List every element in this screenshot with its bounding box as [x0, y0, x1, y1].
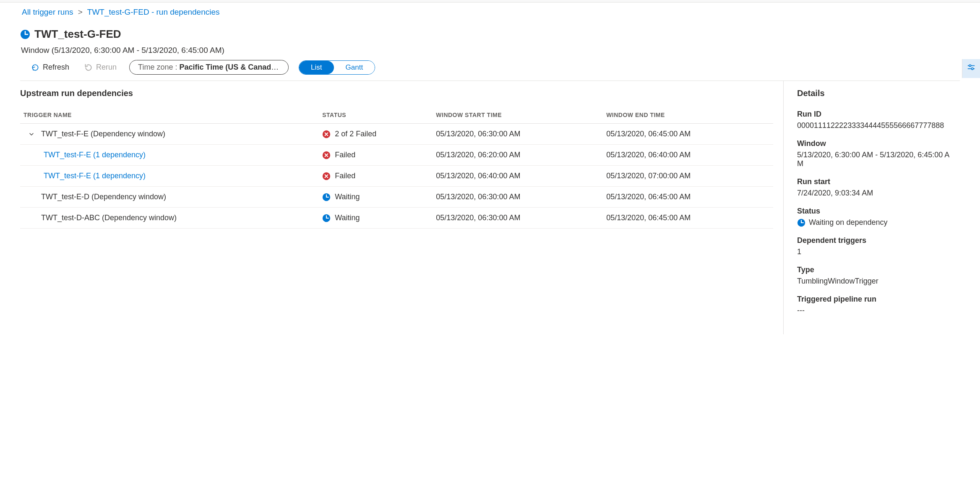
- window-start: 05/13/2020, 06:40:00 AM: [433, 166, 603, 187]
- trigger-name[interactable]: TWT_test-F-E (1 dependency): [44, 151, 146, 159]
- status-text: Failed: [335, 151, 355, 159]
- status-text: Waiting: [335, 193, 360, 201]
- breadcrumb: All trigger runs > TWT_test-G-FED - run …: [0, 3, 980, 20]
- refresh-button[interactable]: Refresh: [29, 61, 72, 73]
- timezone-selector[interactable]: Time zone : Pacific Time (US & Canada) (…: [129, 60, 289, 75]
- details-title: Details: [797, 89, 955, 98]
- trigger-name: TWT_test-E-D (Dependency window): [41, 193, 166, 201]
- clock-icon: [797, 219, 805, 227]
- status-text: Failed: [335, 172, 355, 180]
- detail-value-runid: 00001111222233334444555566667777888: [797, 121, 955, 130]
- breadcrumb-current-link[interactable]: TWT_test-G-FED - run dependencies: [87, 8, 220, 16]
- trigger-name[interactable]: TWT_test-F-E (1 dependency): [44, 172, 146, 180]
- window-end: 05/13/2020, 06:40:00 AM: [603, 145, 773, 166]
- clock-icon: [322, 193, 331, 201]
- col-trigger-name[interactable]: TRIGGER NAME: [20, 107, 319, 124]
- breadcrumb-separator: >: [78, 8, 83, 16]
- window-start: 05/13/2020, 06:30:00 AM: [433, 208, 603, 229]
- table-row[interactable]: TWT_test-E-D (Dependency window)Waiting0…: [20, 187, 773, 208]
- table-row[interactable]: TWT_test-F-E (1 dependency)Failed05/13/2…: [20, 166, 773, 187]
- window-end: 05/13/2020, 06:45:00 AM: [603, 124, 773, 145]
- detail-label-runid: Run ID: [797, 110, 955, 119]
- clock-icon: [20, 29, 30, 39]
- status-text: 2 of 2 Failed: [335, 130, 376, 138]
- page-title: TWT_test-G-FED: [34, 28, 121, 41]
- detail-label-deptriggers: Dependent triggers: [797, 236, 955, 245]
- detail-label-window: Window: [797, 139, 955, 148]
- fail-icon: [322, 130, 331, 138]
- upstream-title: Upstream run dependencies: [20, 89, 773, 98]
- col-status[interactable]: STATUS: [319, 107, 433, 124]
- detail-label-status: Status: [797, 207, 955, 216]
- rerun-icon: [84, 63, 93, 72]
- detail-value-runstart: 7/24/2020, 9:03:34 AM: [797, 189, 955, 198]
- window-range-label: Window (5/13/2020, 6:30:00 AM - 5/13/202…: [20, 46, 960, 55]
- view-toggle: List Gantt: [299, 60, 375, 75]
- view-toggle-list[interactable]: List: [299, 61, 334, 74]
- detail-value-type: TumblingWindowTrigger: [797, 277, 955, 286]
- clock-icon: [322, 214, 331, 222]
- filter-button[interactable]: [962, 59, 980, 78]
- detail-label-type: Type: [797, 266, 955, 274]
- window-end: 05/13/2020, 06:45:00 AM: [603, 208, 773, 229]
- dependencies-table: TRIGGER NAME STATUS WINDOW START TIME WI…: [20, 107, 773, 229]
- table-row[interactable]: TWT_test-F-E (Dependency window)2 of 2 F…: [20, 124, 773, 145]
- table-row[interactable]: TWT_test-D-ABC (Dependency window)Waitin…: [20, 208, 773, 229]
- col-window-end[interactable]: WINDOW END TIME: [603, 107, 773, 124]
- breadcrumb-root-link[interactable]: All trigger runs: [22, 8, 73, 16]
- window-end: 05/13/2020, 07:00:00 AM: [603, 166, 773, 187]
- chevron-down-icon[interactable]: [28, 131, 35, 138]
- fail-icon: [322, 172, 331, 180]
- window-end: 05/13/2020, 06:45:00 AM: [603, 187, 773, 208]
- window-start: 05/13/2020, 06:30:00 AM: [433, 187, 603, 208]
- status-text: Waiting: [335, 214, 360, 222]
- view-toggle-gantt[interactable]: Gantt: [334, 61, 375, 74]
- window-start: 05/13/2020, 06:20:00 AM: [433, 145, 603, 166]
- col-window-start[interactable]: WINDOW START TIME: [433, 107, 603, 124]
- trigger-name: TWT_test-D-ABC (Dependency window): [41, 214, 177, 222]
- detail-label-runstart: Run start: [797, 177, 955, 186]
- timezone-value: Pacific Time (US & Canada) (UT...: [179, 63, 289, 71]
- detail-value-deptriggers: 1: [797, 247, 955, 256]
- refresh-icon: [31, 63, 39, 72]
- detail-label-pipelinerun: Triggered pipeline run: [797, 295, 955, 304]
- timezone-prefix: Time zone :: [138, 63, 179, 71]
- window-start: 05/13/2020, 06:30:00 AM: [433, 124, 603, 145]
- trigger-name: TWT_test-F-E (Dependency window): [41, 130, 165, 138]
- rerun-button[interactable]: Rerun: [82, 61, 119, 73]
- filter-icon: [967, 63, 976, 73]
- detail-value-pipelinerun: ---: [797, 306, 955, 315]
- table-row[interactable]: TWT_test-F-E (1 dependency)Failed05/13/2…: [20, 145, 773, 166]
- fail-icon: [322, 151, 331, 159]
- detail-value-status: Waiting on dependency: [797, 218, 955, 227]
- detail-value-window: 5/13/2020, 6:30:00 AM - 5/13/2020, 6:45:…: [797, 151, 955, 168]
